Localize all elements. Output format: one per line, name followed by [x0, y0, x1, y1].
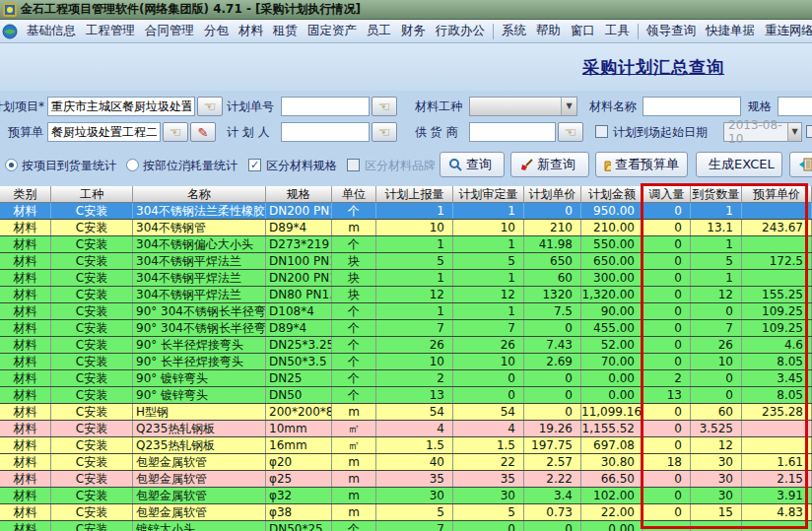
column-header[interactable]: 单位	[332, 186, 376, 203]
results-table: 类别工种名称规格单位计划上报量计划审定量计划单价计划金额调入量到货数量预算单价 …	[0, 186, 812, 531]
distinguish-brand-checkbox[interactable]	[347, 159, 360, 171]
table-row[interactable]: 材料C安装304不锈钢法兰柔性橡胶DN200 PN1.0个110950.0001	[0, 203, 812, 220]
distinguish-spec-checkbox[interactable]: ✓	[248, 159, 261, 171]
table-cell: 0.00	[581, 521, 643, 531]
table-row[interactable]: 材料C安装90° 长半径焊接弯头DN25*3.25个26267.4352.000…	[0, 337, 812, 354]
table-cell: 0	[524, 203, 581, 219]
table-row[interactable]: 材料C安装H型钢200*200*8*m5454011,099.16060235.…	[0, 404, 812, 421]
column-header[interactable]: 类别	[0, 186, 51, 203]
table-row[interactable]: 材料C安装90° 长半径焊接弯头DN50*3.5个10102.6970.0001…	[0, 354, 812, 370]
column-header[interactable]: 计划金额	[581, 186, 643, 203]
menu-item[interactable]: 帮助	[531, 20, 566, 42]
table-cell: DN200 PN1.0	[266, 203, 332, 219]
table-cell: 个	[332, 320, 376, 336]
table-row[interactable]: 材料C安装304不锈钢平焊法兰DN200 PN1.0块1160300.0001	[0, 270, 812, 287]
menu-item[interactable]: 系统	[497, 20, 531, 42]
menu-item[interactable]: 合同管理	[140, 20, 199, 42]
table-cell: 1	[691, 270, 742, 286]
table-row[interactable]: 材料C安装Q235热轧钢板16mm㎡1.51.5197.75697.08012	[0, 437, 812, 454]
column-header[interactable]: 计划上报量	[376, 186, 453, 203]
table-cell: 16mm	[266, 437, 332, 453]
menu-item[interactable]: 领导查询	[642, 20, 701, 42]
close-button[interactable]: 关	[789, 152, 812, 177]
table-row[interactable]: 材料C安装90° 304不锈钢长半径弯D89*4个770455.0007109.…	[0, 320, 812, 337]
plan-no-input[interactable]	[281, 97, 370, 116]
column-header[interactable]: 工种	[51, 186, 133, 203]
column-header[interactable]: 名称	[133, 186, 266, 203]
table-row[interactable]: 材料C安装304不锈钢管D89*4m1010210210.00013.1243.…	[0, 220, 812, 236]
table-row[interactable]: 材料C安装304不锈钢平焊法兰DN80 PN1.0块121213201,320.…	[0, 287, 812, 303]
menu-item[interactable]: 员工	[362, 20, 396, 42]
menu-item[interactable]: 工具	[600, 20, 635, 42]
menu-item[interactable]: 固定资产	[303, 20, 362, 42]
table-row[interactable]: 材料C安装包塑金属软管φ32m30303.4102.000303.91	[0, 488, 812, 504]
menu-item[interactable]: 重连网络	[760, 20, 812, 42]
column-header[interactable]: 预算单价	[742, 186, 812, 203]
budget-sheet-input[interactable]	[47, 122, 161, 142]
table-row[interactable]: 材料C安装304不锈钢偏心大小头D273*219个1141.98550.0001	[0, 236, 812, 253]
menu-item[interactable]: 基础信息	[22, 20, 81, 42]
column-header[interactable]: 调入量	[643, 186, 691, 203]
export-excel-button[interactable]: X 生成EXCEL	[696, 152, 782, 177]
table-cell: 22	[453, 454, 524, 470]
new-query-button[interactable]: 新查询	[510, 152, 589, 177]
plan-no-picker-button[interactable]: ☜	[372, 97, 397, 116]
menu-item[interactable]: 行政办公	[431, 20, 490, 42]
table-cell: 8.05	[742, 354, 812, 369]
table-cell: 材料	[0, 320, 51, 336]
menu-separator	[638, 24, 639, 39]
table-cell: 0.73	[524, 504, 581, 520]
menu-item[interactable]: 材料	[234, 20, 268, 42]
table-cell: 0	[643, 220, 691, 235]
material-type-select[interactable]: ▼	[469, 97, 577, 116]
menu-items-container: 基础信息工程管理合同管理分包材料租赁固定资产员工财务行政办公系统帮助窗口工具领导…	[22, 20, 812, 42]
column-header[interactable]: 规格	[266, 186, 332, 203]
plan-project-input[interactable]	[47, 97, 195, 116]
menu-item[interactable]: 财务	[396, 20, 431, 42]
table-row[interactable]: 材料C安装90° 镀锌弯头DN25个2000.00203.45	[0, 370, 812, 387]
table-row[interactable]: 材料C安装90° 304不锈钢长半径弯D108*4个117.590.000010…	[0, 303, 812, 320]
budget-sheet-edit-button[interactable]: ✎	[190, 122, 216, 142]
view-budget-button[interactable]: 查看预算单	[595, 152, 688, 177]
table-cell: 10	[376, 220, 453, 235]
table-cell: 3.4	[524, 488, 581, 503]
plan-project-picker-button[interactable]: ☜	[197, 97, 223, 116]
budget-sheet-picker-button[interactable]: ☜	[163, 122, 188, 142]
arrival-date-checkbox[interactable]	[595, 125, 608, 138]
column-header[interactable]: 计划审定量	[453, 186, 524, 203]
menu-item[interactable]: 窗口	[566, 20, 600, 42]
arrival-date-end-checkbox[interactable]	[806, 125, 812, 138]
table-cell: 3.525	[691, 421, 742, 436]
table-row[interactable]: 材料C安装304不锈钢平焊法兰DN100 PN1.0块55650650.0005…	[0, 253, 812, 270]
table-cell: 12	[453, 287, 524, 302]
table-cell: 1	[453, 303, 524, 319]
menu-item[interactable]: 分包	[199, 20, 234, 42]
planner-input[interactable]	[281, 122, 370, 142]
table-row[interactable]: 材料C安装包塑金属软管φ38m550.7322.000154.83	[0, 504, 812, 521]
supplier-picker-button[interactable]: ☜	[558, 122, 583, 142]
table-cell: 个	[332, 521, 376, 531]
radio-by-part-consumption[interactable]	[126, 159, 139, 171]
table-cell	[643, 521, 691, 531]
table-cell: 5	[376, 253, 453, 269]
menu-item[interactable]: 工程管理	[81, 20, 140, 42]
material-name-input[interactable]	[643, 97, 741, 116]
table-row[interactable]: 材料C安装90° 镀锌弯头DN50个13000.001308.05	[0, 387, 812, 404]
supplier-input[interactable]	[469, 122, 556, 142]
table-row[interactable]: 材料C安装包塑金属软管φ20m40222.5730.8018301.61	[0, 454, 812, 471]
table-row[interactable]: 材料C安装Q235热轧钢板10mm㎡4419.261,155.5203.525	[0, 421, 812, 437]
table-row[interactable]: 材料C安装包塑金属软管φ25m35352.2266.500302.15	[0, 471, 812, 488]
plan-project-label: 计划项目*	[0, 97, 44, 117]
column-header[interactable]: 计划单价	[524, 186, 581, 203]
table-cell: 13	[643, 387, 691, 403]
menu-item[interactable]: 快捷单据	[701, 20, 760, 42]
arrival-date-select[interactable]: 2013-08-10 ▼	[723, 122, 802, 142]
table-row[interactable]: 材料C安装镀锌大小头DN50*25个7000.00	[0, 521, 812, 531]
spec-input[interactable]	[778, 97, 812, 116]
planner-picker-button[interactable]: ☜	[372, 122, 397, 142]
column-header[interactable]: 到货数量	[691, 186, 742, 203]
menu-item[interactable]: 租赁	[268, 20, 303, 42]
table-cell: C安装	[51, 236, 133, 252]
query-button[interactable]: 查询	[440, 152, 505, 177]
radio-by-project-arrival[interactable]	[5, 159, 18, 171]
